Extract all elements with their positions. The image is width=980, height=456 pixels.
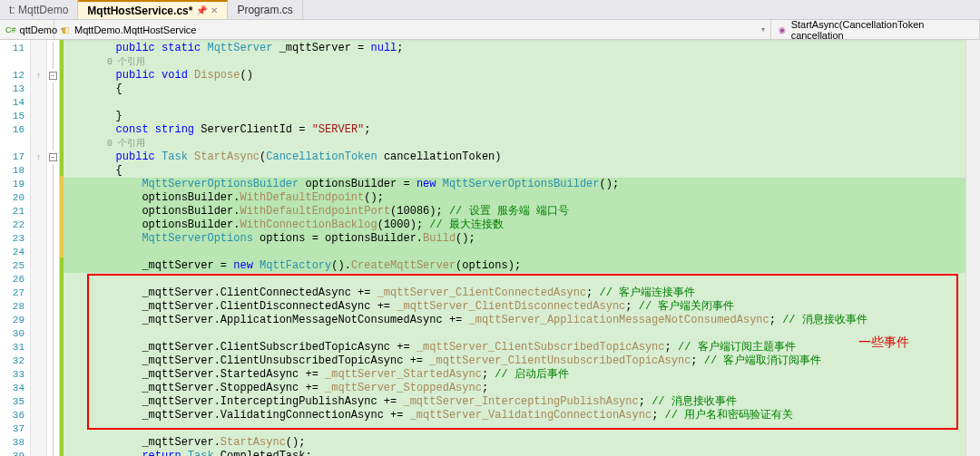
nav-method-dropdown[interactable]: ◉ StartAsync(CancellationToken cancellat…: [771, 20, 980, 39]
tab-label: MqttHostService.cs*: [87, 5, 192, 17]
fold-gutter: − −: [47, 40, 60, 456]
tab-label: Program.cs: [237, 4, 292, 16]
nav-method-label: StartAsync(CancellationToken cancellatio…: [791, 19, 974, 41]
nav-class-label: MqttDemo.MqttHostService: [74, 24, 196, 35]
nav-project-dropdown[interactable]: C# qttDemo ▾: [0, 20, 54, 39]
fold-toggle[interactable]: −: [49, 153, 57, 161]
chevron-down-icon: ▾: [761, 25, 765, 34]
codelens-refs[interactable]: 0 个引用: [107, 139, 145, 149]
close-icon[interactable]: ✕: [211, 5, 218, 15]
fold-toggle[interactable]: −: [49, 72, 57, 80]
code-surface[interactable]: public static MqttServer _mqttServer = n…: [60, 40, 980, 456]
codelens-refs[interactable]: 0 个引用: [107, 57, 145, 67]
nav-class-dropdown[interactable]: ◧ MqttDemo.MqttHostService ▾: [54, 20, 771, 39]
change-marker-gutter: ↑ ↑: [31, 40, 47, 456]
pin-icon[interactable]: 📌: [196, 5, 207, 15]
method-icon: ◉: [777, 24, 788, 35]
tab-file-active[interactable]: MqttHostService.cs* 📌 ✕: [78, 0, 228, 19]
tab-project[interactable]: t: MqttDemo: [0, 0, 78, 19]
nav-bar: C# qttDemo ▾ ◧ MqttDemo.MqttHostService …: [0, 20, 980, 40]
tab-strip: t: MqttDemo MqttHostService.cs* 📌 ✕ Prog…: [0, 0, 980, 20]
code-editor[interactable]: 11 1213 1415 16 1718 1920 2122 2324 2526…: [0, 40, 980, 456]
csharp-icon: C#: [5, 24, 16, 35]
tab-file[interactable]: Program.cs: [228, 0, 302, 19]
nav-project-label: qttDemo: [20, 24, 58, 35]
line-number-gutter: 11 1213 1415 16 1718 1920 2122 2324 2526…: [0, 40, 31, 456]
class-icon: ◧: [60, 24, 71, 35]
vertical-scrollbar[interactable]: [965, 40, 980, 456]
annotation-label: 一些事件: [858, 335, 909, 351]
tab-label: t: MqttDemo: [9, 4, 68, 16]
